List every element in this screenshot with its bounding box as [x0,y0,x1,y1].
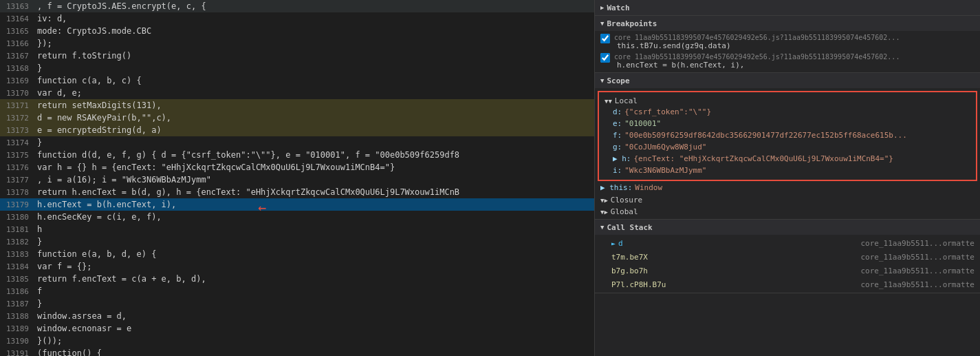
code-line-13167: 13167 return f.toString() [0,50,594,62]
scope-item-h[interactable]: ▶ h: {encText: "eHhjXckqrtZkqcwCalCMx0Qu… [602,154,973,165]
breakpoints-triangle: ▼ [600,20,604,27]
scope-item-i: i: "Wkc3N6WBbAzMJymm" [602,165,973,177]
line-number: 13179 [0,200,34,209]
code-editor: 13163 , f = CryptoJS.AES.encrypt(e, c, {… [0,0,595,356]
code-line-13170: 13170 var d, e; [0,87,594,99]
scope-header[interactable]: ▼ Scope [595,73,980,88]
breakpoints-label: Breakpoints [607,19,657,28]
scope-value-g: "0CoJUm6Qyw8W8jud" [624,143,706,151]
line-number: 13187 [0,300,34,308]
code-line-13190: 13190}()); [0,335,594,347]
line-number: 13168 [0,64,34,73]
line-number: 13178 [0,188,34,197]
callstack-fn-p7l: P7l.cP8H.B7u [611,280,666,289]
line-content: return f.toString() [34,51,594,61]
line-content: window.asrsea = d, [34,311,594,321]
scope-label-h: ▶ h: [613,154,631,163]
watch-header[interactable]: ▶ Watch [595,0,980,15]
line-number: 13175 [0,151,34,160]
callstack-item-b7g[interactable]: b7g.bo7h core_11aa9b5511...ormatte [595,264,980,278]
code-line-13180: 13180 h.encSecKey = c(i, e, f), [0,211,594,223]
callstack-fn-t7m: t7m.be7X [611,253,648,262]
watch-label: Watch [607,3,629,12]
line-number: 13184 [0,262,34,271]
breakpoints-section: ▼ Breakpoints core_11aa9b551183995074e45… [595,16,980,73]
code-line-13171: 13171 return setMaxDigits(131), [0,99,594,112]
line-content: (function() { [34,348,594,356]
line-content: function e(a, b, d, e) { [34,249,594,259]
scope-value-f: "00e0b509f6259df8642dbc35662901477df2267… [624,131,907,140]
line-content: function d(d, e, f, g) { d = {"csrf_toke… [34,150,594,160]
line-number: 13188 [0,312,34,321]
scope-label-this: ▶ this: [600,183,632,192]
callstack-fn-d: d [618,239,623,248]
line-number: 13180 [0,213,34,222]
line-content: , f = CryptoJS.AES.encrypt(e, c, { [34,1,594,11]
callstack-item-p7l[interactable]: P7l.cP8H.B7u core_11aa9b5511...ormatte [595,278,980,291]
scope-item-g: g: "0CoJUm6Qyw8W8jud" [602,142,973,154]
watch-triangle: ▶ [600,4,604,11]
scope-local-items: d: {"csrf_token":"\""} e: "010001" f: "0… [602,107,973,177]
scope-label-g: g: [613,143,622,151]
scope-value-h: {encText: "eHhjXckqrtZkqcwCalCMx0QuU6Lj9… [634,154,894,163]
line-number: 13166 [0,39,34,48]
line-content: } [34,138,594,147]
breakpoint-checkbox-1[interactable] [600,34,610,43]
line-number: 13169 [0,76,34,85]
local-label: Local [615,96,638,105]
line-content: }()); [34,336,594,346]
line-number: 13164 [0,14,34,23]
callstack-active-icon: ► [611,240,616,247]
global-header[interactable]: ▶ Global [595,206,980,218]
line-number: 13174 [0,138,34,147]
callstack-loc-t7m: core_11aa9b5511...ormatte [860,253,974,262]
breakpoint-file-2: core_11aa9b551183995074e4576029492e56.js… [614,53,900,61]
line-number: 13177 [0,176,34,185]
local-triangle: ▼ [605,98,612,105]
code-line-13166: 13166 }); [0,37,594,50]
callstack-label: Call Stack [607,223,652,232]
code-line-13164: 13164 iv: d, [0,12,594,25]
line-content: return h.encText = b(d, g), h = {encText… [34,187,594,197]
code-line-13187: 13187} [0,297,594,310]
line-content: e = encryptedString(d, a) [34,125,594,135]
callstack-section: ▼ Call Stack ► d core_11aa9b5511...ormat… [595,220,980,293]
code-line-13165: 13165 mode: CryptoJS.mode.CBC [0,25,594,37]
line-number: 13172 [0,114,34,123]
code-line-13185: 13185 return f.encText = c(a + e, b, d), [0,273,594,285]
callstack-content: ► d core_11aa9b5511...ormatte t7m.be7X c… [595,235,980,293]
code-line-13191: 13191(function() { [0,347,594,356]
scope-section: ▼ Scope ▼ Local d: {"csrf_token":"\""} e… [595,73,980,220]
line-number: 13170 [0,89,34,98]
closure-triangle: ▶ [600,197,608,204]
callstack-item-d[interactable]: ► d core_11aa9b5511...ormatte [595,236,980,250]
local-group-header[interactable]: ▼ Local [602,95,973,107]
scope-item-this[interactable]: ▶ this: Window [595,182,980,194]
callstack-item-t7m[interactable]: t7m.be7X core_11aa9b5511...ormatte [595,250,980,264]
code-line-13182: 13182} [0,235,594,248]
code-line-13178: 13178 return h.encText = b(d, g), h = {e… [0,186,594,198]
line-number: 13183 [0,250,34,259]
breakpoint-code-2: h.encText = b(h.encText, i), [614,61,900,70]
breakpoints-header[interactable]: ▼ Breakpoints [595,16,980,31]
line-number: 13186 [0,287,34,296]
line-content: function c(a, b, c) { [34,76,594,85]
scope-value-e: "010001" [624,119,661,128]
scope-triangle: ▼ [600,77,604,84]
code-line-13174: 13174} [0,136,594,149]
closure-label: Closure [611,196,642,205]
code-line-13179: 13179 h.encText = b(h.encText, i), [0,198,594,211]
line-content: var d, e; [34,88,594,98]
line-content: f [34,286,594,296]
breakpoint-checkbox-2[interactable] [600,53,610,63]
closure-header[interactable]: ▶ Closure [595,194,980,206]
line-number: 13190 [0,337,34,346]
breakpoint-text-group-2: core_11aa9b551183995074e4576029492e56.js… [614,53,900,70]
line-content: h.encSecKey = c(i, e, f), [34,212,594,222]
breakpoint-code-1: this.tB7u.send(gz9q.data) [614,41,900,50]
code-line-13181: 13181 h [0,223,594,235]
callstack-name-group-p7l: P7l.cP8H.B7u [611,280,671,289]
line-number: 13173 [0,126,34,135]
code-line-13186: 13186 f [0,285,594,297]
callstack-header[interactable]: ▼ Call Stack [595,220,980,235]
